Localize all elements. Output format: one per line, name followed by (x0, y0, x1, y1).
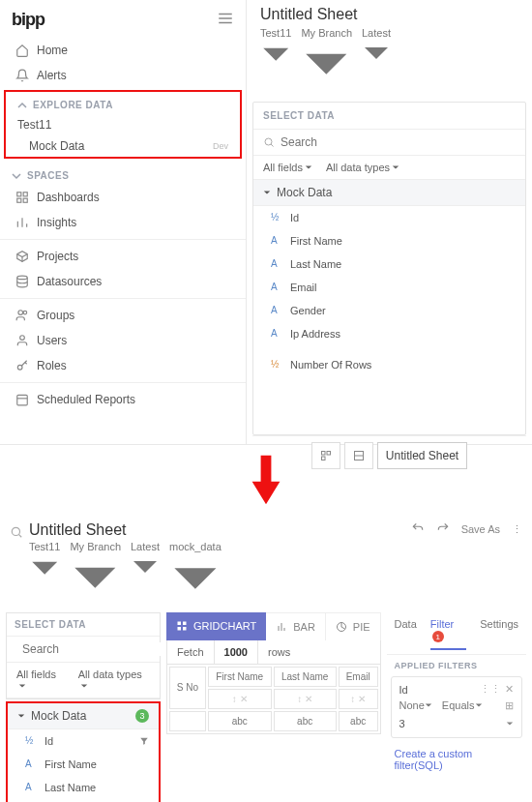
chart-icon (15, 216, 29, 229)
tab-settings[interactable]: Settings (480, 612, 518, 651)
col-id-2[interactable]: ½Id (8, 729, 159, 753)
saveas-btn[interactable]: Save As (461, 523, 500, 535)
spaces-header[interactable]: SPACES (0, 163, 246, 185)
viz-bar-btn[interactable]: BAR (266, 612, 326, 640)
filter-none-dropdown[interactable]: None (399, 699, 432, 712)
remove-col-icon[interactable]: ✕ (240, 694, 248, 704)
more-btn[interactable]: ⋮ (512, 523, 522, 536)
col-id[interactable]: ½Id (253, 206, 525, 229)
add-panel-btn[interactable] (344, 442, 373, 469)
col-first[interactable]: AFirst Name (253, 229, 525, 252)
filter-close-icon[interactable]: ✕ (505, 683, 514, 696)
undo-icon (411, 521, 425, 535)
col-gender[interactable]: AGender (253, 299, 525, 322)
nav-datasources[interactable]: Datasources (0, 269, 246, 294)
svg-rect-31 (178, 622, 182, 626)
search-icon-btn[interactable] (10, 521, 29, 542)
tab-filter[interactable]: Filter1 (430, 612, 466, 651)
explore-datasource[interactable]: Mock Data Dev (6, 135, 240, 157)
undo-btn[interactable] (411, 521, 425, 537)
grid-sort-1[interactable]: ↕ ✕ (208, 689, 272, 709)
nav-groups[interactable]: Groups (0, 303, 246, 328)
col-last-2[interactable]: ALast Name (8, 776, 159, 799)
table-header[interactable]: Mock Data (253, 180, 525, 206)
all-fields-dropdown-2[interactable]: All fields (16, 668, 65, 692)
search-row-2[interactable] (7, 637, 160, 663)
nav-users[interactable]: Users (0, 328, 246, 353)
svg-point-27 (12, 527, 19, 535)
nav-alerts[interactable]: Alerts (0, 63, 246, 88)
caret-down-icon (305, 163, 312, 171)
tab-data[interactable]: Data (395, 612, 417, 651)
fetch-row: Fetch 1000 rows (166, 640, 381, 665)
crumb-project-2[interactable]: Test11 (29, 541, 60, 607)
redo-btn[interactable] (436, 521, 450, 537)
nav-projects[interactable]: Projects (0, 244, 246, 269)
custom-filter-link[interactable]: Create a custom filter(SQL) (387, 738, 526, 781)
filter-settings-icon[interactable]: ⊞ (505, 699, 514, 712)
svg-rect-3 (17, 193, 21, 196)
explore-project[interactable]: Test11 (6, 114, 240, 135)
add-grid-btn[interactable] (311, 442, 340, 469)
all-types-dropdown[interactable]: All data types (326, 162, 399, 173)
measure-rows[interactable]: ½Number Of Rows (253, 353, 525, 376)
grid-col-last[interactable]: Last Name (274, 667, 337, 687)
remove-col-icon[interactable]: ✕ (305, 694, 312, 704)
nav-insights[interactable]: Insights (0, 210, 246, 235)
applied-filters-header: APPLIED FILTERS (387, 655, 526, 676)
nav-roles[interactable]: Roles (0, 353, 246, 378)
table-header-2[interactable]: Mock Data 3 (8, 703, 159, 729)
crumb-branch[interactable]: My Branch (301, 27, 352, 92)
nav-scheduled[interactable]: Scheduled Reports (0, 387, 246, 412)
grid-icon (15, 191, 29, 204)
caret-down-icon (169, 552, 222, 605)
filter-icon[interactable] (139, 736, 149, 746)
nav-dashboards[interactable]: Dashboards (0, 185, 246, 210)
caret-down-icon (425, 701, 432, 709)
svg-rect-23 (327, 451, 331, 455)
search-icon (263, 136, 275, 148)
viz-pie-btn[interactable]: PIE (326, 612, 381, 640)
explore-header[interactable]: EXPLORE DATA (6, 92, 240, 114)
nav-home[interactable]: Home (0, 38, 246, 63)
search-input-2[interactable] (22, 642, 167, 656)
crumb-project[interactable]: Test11 (260, 27, 291, 92)
remove-col-icon[interactable]: ✕ (358, 694, 366, 704)
col-ip[interactable]: AIp Address (253, 322, 525, 345)
filter-field: Id (399, 684, 408, 696)
text-type-icon: A (271, 282, 282, 292)
col-last[interactable]: ALast Name (253, 252, 525, 276)
crumb-branch-2[interactable]: My Branch (70, 541, 121, 607)
sheet-tab[interactable]: Untitled Sheet (377, 442, 467, 469)
filter-op-dropdown[interactable]: Equals (442, 699, 483, 712)
all-types-dropdown-2[interactable]: All data types (78, 668, 150, 692)
caret-down-icon (263, 189, 271, 196)
all-fields-dropdown[interactable]: All fields (263, 162, 312, 173)
svg-rect-24 (321, 457, 325, 460)
crumb-tag-2[interactable]: Latest (131, 541, 160, 607)
filter-value[interactable]: 3 (399, 718, 405, 729)
cube-icon (15, 250, 29, 263)
crumb-tag[interactable]: Latest (362, 27, 391, 92)
search-input[interactable] (281, 135, 516, 149)
col-first-2[interactable]: AFirst Name (8, 753, 159, 776)
svg-rect-18 (17, 395, 28, 405)
fetch-value[interactable]: 1000 (214, 640, 258, 664)
caret-down-icon[interactable] (506, 720, 514, 728)
sheet-title: Untitled Sheet (252, 4, 526, 25)
viz-type-row: GRIDCHART BAR PIE (166, 612, 381, 640)
crumb-ds[interactable]: mock_data (169, 541, 222, 607)
col-email[interactable]: AEmail (253, 276, 525, 299)
grid-col-email[interactable]: Email (339, 667, 378, 687)
grid-col-first[interactable]: First Name (208, 667, 272, 687)
hamburger-icon[interactable] (217, 10, 234, 30)
filter-drag-icon[interactable]: ⋮⋮ (480, 683, 501, 696)
database-icon (15, 275, 29, 288)
grid-sort-2[interactable]: ↕ ✕ (274, 689, 337, 709)
caret-down-icon (70, 552, 121, 604)
caret-down-icon (80, 682, 88, 690)
viz-grid-btn[interactable]: GRIDCHART (166, 612, 266, 640)
search-row[interactable] (253, 130, 525, 156)
squares-icon (320, 450, 332, 461)
grid-sort-3[interactable]: ↕ ✕ (339, 689, 378, 709)
